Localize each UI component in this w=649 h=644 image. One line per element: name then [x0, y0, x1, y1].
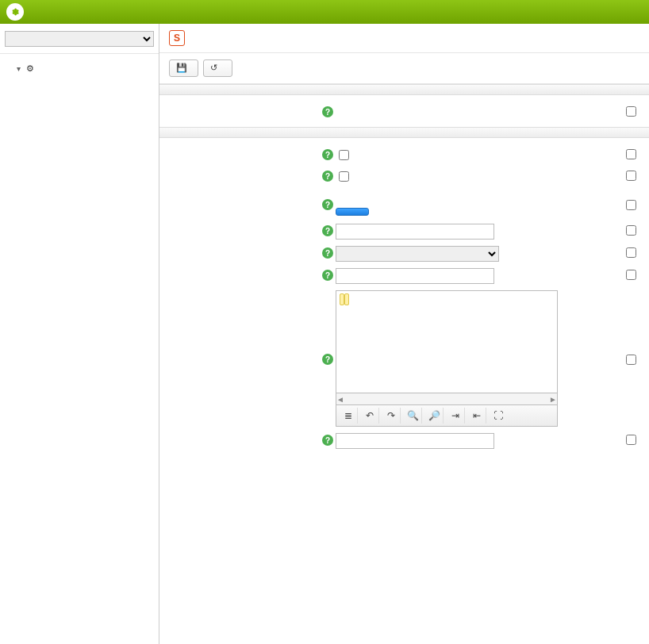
salesforce-icon: S	[169, 30, 185, 46]
inherit-min-points-chk[interactable]	[626, 270, 636, 280]
label-keep-updated	[169, 169, 320, 171]
settings-tree: ▾ ⚙	[0, 54, 159, 644]
section-authorization-head	[159, 84, 649, 95]
row-min-points: ?	[159, 265, 649, 287]
tb-fullscreen-icon[interactable]: ⛶	[490, 408, 507, 424]
inherit-score[interactable]	[626, 246, 639, 258]
tb-redo-icon[interactable]: ↷	[382, 408, 401, 424]
tb-outdent-icon[interactable]: ⇤	[468, 408, 486, 424]
row-org-access: ?	[159, 102, 649, 121]
min-points-input[interactable]	[336, 268, 494, 284]
reset-button[interactable]: ↺	[203, 59, 232, 77]
save-button[interactable]: 💾	[169, 59, 198, 77]
mapping-table	[336, 190, 359, 197]
label-default-company	[169, 433, 320, 435]
page-title-bar: S	[159, 24, 649, 53]
label-org-access	[169, 105, 320, 107]
row-mapping: ?	[159, 187, 649, 220]
label-mapping	[169, 203, 320, 205]
inherit-keep-updated-chk[interactable]	[626, 171, 636, 181]
help-icon[interactable]: ?	[322, 171, 333, 182]
help-icon[interactable]: ?	[322, 106, 333, 117]
brand-icon: ✽	[6, 3, 24, 21]
inherit-enabled-chk[interactable]	[626, 149, 636, 159]
mapping-control	[336, 190, 574, 217]
help-icon[interactable]: ?	[322, 149, 333, 160]
tb-find-icon[interactable]: 🔍	[404, 408, 422, 424]
keep-updated-checkbox[interactable]	[339, 171, 349, 182]
main-pane: S 💾 ↺ ?	[159, 24, 649, 644]
brand: ✽	[6, 3, 29, 21]
macro-token	[344, 293, 349, 305]
lead-description-text[interactable]	[336, 290, 558, 393]
editor-toolbar: ≣ ↶ ↷ 🔍 🔎 ⇥ ⇤ ⛶	[336, 405, 558, 427]
save-icon: 💾	[176, 63, 187, 74]
help-icon[interactable]: ?	[322, 199, 333, 210]
inherit-org-access-chk[interactable]	[626, 106, 636, 117]
row-default-company: ?	[159, 430, 649, 452]
editor-hscroll[interactable]: ◄►	[336, 393, 558, 405]
row-batch-size: ?	[159, 220, 649, 243]
enabled-checkbox[interactable]	[339, 150, 349, 160]
label-lead-description	[169, 358, 320, 360]
inherit-mapping[interactable]	[626, 198, 639, 210]
row-lead-description: ? ◄► ≣ ↶ ↷ 🔍 🔎 ⇥	[159, 287, 649, 430]
default-company-input[interactable]	[336, 433, 494, 449]
edit-mapping-button[interactable]	[336, 208, 369, 216]
score-select[interactable]	[336, 246, 499, 262]
inherit-score-chk[interactable]	[626, 247, 636, 258]
inherit-lead-description[interactable]	[626, 353, 639, 365]
help-icon[interactable]: ?	[322, 435, 333, 446]
mapping-col-sf	[337, 192, 347, 195]
row-score: ?	[159, 243, 649, 265]
mapping-col-src	[348, 192, 358, 195]
toolbar: 💾 ↺	[159, 53, 649, 84]
reset-icon: ↺	[210, 63, 221, 74]
label-enabled	[169, 148, 320, 150]
inherit-lead-description-chk[interactable]	[626, 355, 636, 365]
inherit-batch-size-chk[interactable]	[626, 225, 636, 236]
help-icon[interactable]: ?	[322, 225, 333, 236]
tree-root[interactable]: ▾ ⚙	[5, 59, 156, 77]
inherit-batch-size[interactable]	[626, 224, 639, 236]
tb-replace-icon[interactable]: 🔎	[425, 408, 444, 424]
inherit-org-access[interactable]	[626, 105, 639, 117]
label-min-points	[169, 268, 320, 270]
inherit-mapping-chk[interactable]	[626, 200, 636, 210]
settings-icon: ⚙	[25, 63, 36, 74]
batch-size-input[interactable]	[336, 224, 494, 240]
help-icon[interactable]: ?	[322, 270, 333, 281]
sidebar: ▾ ⚙	[0, 24, 159, 644]
lead-description-editor: ◄► ≣ ↶ ↷ 🔍 🔎 ⇥ ⇤ ⛶	[336, 290, 558, 427]
inherit-enabled[interactable]	[626, 148, 639, 159]
section-replication-head	[159, 127, 649, 138]
inherit-default-company-chk[interactable]	[626, 435, 636, 445]
tb-undo-icon[interactable]: ↶	[361, 408, 379, 424]
tb-list-icon[interactable]: ≣	[340, 408, 358, 424]
top-header: ✽	[0, 0, 649, 24]
label-batch-size	[169, 224, 320, 226]
inherit-min-points[interactable]	[626, 268, 639, 280]
tb-indent-icon[interactable]: ⇥	[447, 408, 465, 424]
site-select[interactable]	[5, 31, 154, 47]
inherit-keep-updated[interactable]	[626, 169, 639, 181]
label-score	[169, 246, 320, 248]
site-selector	[0, 24, 159, 54]
row-keep-updated: ?	[159, 166, 649, 187]
row-enabled: ?	[159, 144, 649, 166]
help-icon[interactable]: ?	[322, 247, 333, 259]
collapse-icon[interactable]: ▾	[14, 64, 22, 73]
inherit-default-company[interactable]	[626, 433, 639, 445]
help-icon[interactable]: ?	[322, 354, 333, 365]
